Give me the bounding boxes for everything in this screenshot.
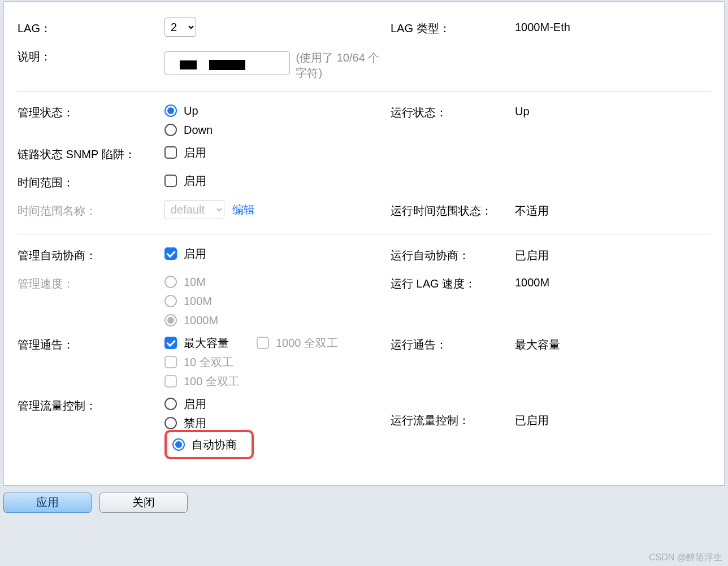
adv-max-label: 最大容量 (184, 336, 229, 351)
speed-1000-label: 1000M (184, 314, 218, 327)
admin-adv-label: 管理通告： (18, 334, 164, 352)
flow-auto-radio[interactable] (172, 438, 185, 451)
oper-speed-label: 运行 LAG 速度： (391, 273, 515, 291)
oper-auto-neg-label: 运行自动协商： (391, 245, 515, 263)
admin-speed-label: 管理速度： (18, 273, 164, 291)
time-range-opt-label: 启用 (184, 173, 206, 189)
apply-button[interactable]: 应用 (3, 493, 92, 513)
snmp-trap-label: 链路状态 SNMP 陷阱： (18, 143, 164, 162)
flow-ctrl-label: 管理流量控制： (18, 395, 164, 413)
snmp-trap-opt-label: 启用 (184, 145, 206, 160)
auto-neg-label: 管理自动协商： (18, 245, 164, 263)
flow-enable-label: 启用 (184, 397, 206, 412)
oper-time-range-value: 不适用 (515, 200, 662, 219)
adv-10fd-label: 10 全双工 (184, 355, 233, 370)
time-range-edit-link[interactable]: 编辑 (232, 202, 255, 217)
lag-type-value: 1000M-Eth (515, 18, 662, 34)
description-hint: (使用了 10/64 个字符) (296, 46, 391, 81)
watermark: CSDN @醉陌浮生 (649, 552, 722, 564)
oper-flow-value: 已启用 (515, 395, 662, 428)
adv-max-checkbox[interactable] (164, 337, 177, 349)
adv-100fd-label: 100 全双工 (184, 374, 240, 389)
description-label: 说明： (18, 46, 164, 64)
time-range-name-label: 时间范围名称： (18, 200, 164, 219)
admin-state-up-radio[interactable] (164, 105, 177, 117)
admin-state-up-label: Up (184, 105, 198, 117)
divider (18, 91, 710, 92)
speed-1000-radio (164, 314, 177, 326)
button-bar: 应用 关闭 (3, 493, 725, 513)
settings-panel: LAG： 2 LAG 类型： 1000M-Eth 说明： (使用了 10/64 … (3, 1, 725, 486)
oper-speed-value: 1000M (515, 273, 662, 289)
lag-label: LAG： (18, 18, 164, 36)
admin-state-label: 管理状态： (18, 102, 164, 120)
flow-enable-radio[interactable] (164, 398, 177, 410)
oper-auto-neg-value: 已启用 (515, 245, 662, 263)
oper-adv-value: 最大容量 (515, 334, 662, 352)
auto-neg-checkbox[interactable] (164, 247, 177, 260)
oper-state-label: 运行状态： (391, 102, 515, 120)
oper-adv-label: 运行通告： (391, 334, 515, 352)
snmp-trap-checkbox[interactable] (164, 146, 177, 159)
description-input[interactable] (164, 51, 290, 75)
adv-1000fd-label: 1000 全双工 (276, 336, 338, 351)
oper-time-range-label: 运行时间范围状态： (391, 200, 515, 219)
lag-select[interactable]: 2 (164, 18, 196, 37)
admin-state-down-radio[interactable] (164, 124, 177, 136)
adv-100fd-checkbox (164, 375, 177, 388)
close-button[interactable]: 关闭 (99, 493, 188, 513)
flow-disable-label: 禁用 (184, 416, 206, 431)
speed-10-radio (164, 276, 177, 288)
speed-100-radio (164, 295, 177, 307)
auto-neg-opt-label: 启用 (184, 246, 206, 262)
flow-auto-label: 自动协商 (192, 437, 237, 452)
flow-disable-radio[interactable] (164, 417, 177, 429)
lag-type-label: LAG 类型： (391, 18, 515, 36)
adv-1000fd-checkbox (257, 337, 269, 349)
oper-flow-label: 运行流量控制： (391, 395, 515, 428)
flow-auto-highlight: 自动协商 (164, 430, 254, 459)
admin-state-down-label: Down (184, 124, 213, 137)
adv-10fd-checkbox (164, 356, 177, 368)
time-range-name-select: default (164, 200, 224, 219)
time-range-label: 时间范围： (18, 172, 164, 190)
oper-state-value: Up (515, 102, 662, 118)
time-range-checkbox[interactable] (164, 175, 177, 187)
speed-10-label: 10M (184, 276, 206, 289)
speed-100-label: 100M (184, 295, 212, 308)
divider (18, 234, 710, 234)
